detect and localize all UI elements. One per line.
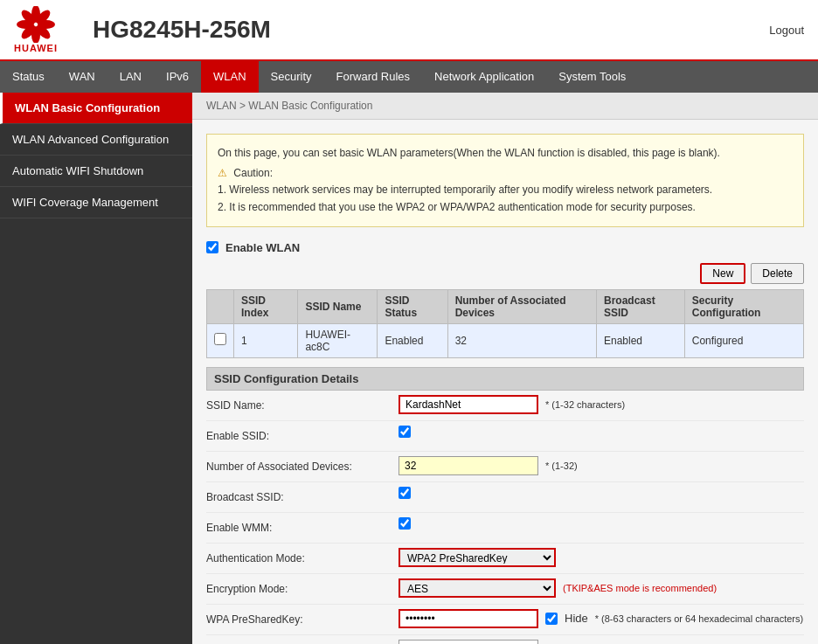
label-enable-ssid: Enable SSID: — [206, 426, 399, 447]
info-point1: 1. Wireless network services may be inte… — [218, 182, 793, 198]
auth-mode-select[interactable]: Open WEP WPA PreSharedKey WPA2 PreShared… — [399, 548, 556, 567]
col-header-ssid-status: SSID Status — [378, 289, 447, 323]
hide-key-checkbox[interactable] — [545, 613, 558, 625]
ssid-table-actions: New Delete — [206, 263, 804, 284]
enable-wmm-checkbox[interactable] — [399, 517, 411, 530]
label-num-associated: Number of Associated Devices: — [206, 456, 399, 477]
content-area: WLAN Basic Configuration WLAN Advanced C… — [0, 93, 818, 644]
control-num-associated: * (1-32) — [399, 456, 578, 475]
row-broadcast-ssid: Enabled — [596, 323, 684, 357]
col-header-ssid-name: SSID Name — [298, 289, 378, 323]
enable-wlan-row: Enable WLAN — [206, 241, 804, 254]
row-select-checkbox[interactable] — [214, 333, 226, 345]
col-header-broadcast-ssid: Broadcast SSID — [596, 289, 684, 323]
sidebar-item-wlan-basic[interactable]: WLAN Basic Configuration — [0, 93, 192, 124]
row-security-config: Configured — [684, 323, 803, 357]
col-header-ssid-index: SSID Index — [234, 289, 298, 323]
form-row-enable-wmm: Enable WMM: — [206, 513, 804, 544]
caution-label: Caution: — [233, 167, 273, 179]
config-details: SSID Configuration Details SSID Name: * … — [206, 367, 804, 644]
num-associated-input[interactable] — [399, 456, 538, 475]
row-associated-devices: 32 — [447, 323, 596, 357]
nav-item-wlan[interactable]: WLAN — [201, 61, 259, 93]
row-ssid-index: 1 — [234, 323, 298, 357]
ssid-table: SSID Index SSID Name SSID Status Number … — [206, 289, 804, 358]
new-button[interactable]: New — [700, 263, 745, 284]
sidebar: WLAN Basic Configuration WLAN Advanced C… — [0, 93, 192, 644]
logo-text: HUAWEI — [14, 43, 58, 53]
control-enable-ssid — [399, 426, 411, 438]
nav-item-network-application[interactable]: Network Application — [422, 61, 546, 93]
label-ssid-name: SSID Name: — [206, 395, 399, 416]
ssid-table-wrapper: New Delete SSID Index SSID Name SSID Sta… — [206, 263, 804, 358]
nav-item-security[interactable]: Security — [259, 61, 324, 93]
ssid-name-hint: * (1-32 characters) — [545, 399, 625, 410]
form-row-broadcast-ssid: Broadcast SSID: — [206, 482, 804, 513]
control-auth-mode: Open WEP WPA PreSharedKey WPA2 PreShared… — [399, 548, 556, 567]
sidebar-item-wlan-advanced[interactable]: WLAN Advanced Configuration — [0, 124, 192, 156]
col-header-associated-devices: Number of Associated Devices — [447, 289, 596, 323]
control-encryption-mode: AES TKIP TKIP&AES (TKIP&AES mode is reco… — [399, 578, 717, 598]
label-encryption-mode: Encryption Mode: — [206, 578, 399, 599]
label-enable-wmm: Enable WMM: — [206, 517, 399, 538]
info-box: On this page, you can set basic WLAN par… — [206, 134, 804, 227]
breadcrumb: WLAN > WLAN Basic Configuration — [192, 93, 818, 120]
label-auth-mode: Authentication Mode: — [206, 548, 399, 569]
col-header-checkbox — [207, 289, 234, 323]
control-wpa-preshared-key: Hide * (8-63 characters or 64 hexadecima… — [399, 609, 803, 628]
sidebar-item-wifi-coverage[interactable]: WIFI Coverage Management — [0, 187, 192, 218]
header: HUAWEI HG8245H-256M Logout — [0, 0, 818, 61]
info-point2: 2. It is recommended that you use the WP… — [218, 199, 793, 216]
row-ssid-status: Enabled — [378, 323, 447, 357]
enable-ssid-checkbox[interactable] — [399, 426, 411, 438]
logout-button[interactable]: Logout — [769, 24, 804, 37]
enable-wlan-checkbox[interactable] — [206, 241, 218, 253]
nav-item-forward-rules[interactable]: Forward Rules — [324, 61, 423, 93]
main-content: WLAN > WLAN Basic Configuration On this … — [192, 93, 818, 644]
hide-key-label: Hide — [565, 612, 588, 625]
col-header-security-config: Security Configuration — [684, 289, 803, 323]
info-main-text: On this page, you can set basic WLAN par… — [218, 145, 793, 162]
num-associated-hint: * (1-32) — [545, 460, 578, 471]
control-broadcast-ssid — [399, 487, 411, 499]
broadcast-ssid-checkbox[interactable] — [399, 487, 411, 499]
enable-wlan-label: Enable WLAN — [225, 241, 300, 254]
nav-item-status[interactable]: Status — [0, 61, 57, 93]
form-row-auth-mode: Authentication Mode: Open WEP WPA PreSha… — [206, 544, 804, 574]
table-row: 1 HUAWEI-ac8C Enabled 32 Enabled Configu… — [207, 323, 804, 357]
logo-area: HUAWEI — [14, 6, 58, 53]
wpa-group-key-input[interactable] — [399, 640, 538, 644]
wpa-preshared-key-input[interactable] — [399, 609, 538, 628]
sidebar-item-auto-wifi-shutdown[interactable]: Automatic WIFI Shutdown — [0, 156, 192, 187]
encryption-mode-select[interactable]: AES TKIP TKIP&AES — [399, 578, 556, 598]
section-header: SSID Configuration Details — [206, 367, 804, 391]
form-row-num-associated: Number of Associated Devices: * (1-32) — [206, 452, 804, 482]
label-broadcast-ssid: Broadcast SSID: — [206, 487, 399, 508]
form-row-wpa-group-key: WPA Group Key Regeneration Interval: *(6… — [206, 635, 804, 644]
label-wpa-preshared-key: WPA PreSharedKey: — [206, 609, 399, 630]
control-wpa-group-key: *(600-86400s) — [399, 640, 607, 644]
nav-item-system-tools[interactable]: System Tools — [546, 61, 638, 93]
row-ssid-name: HUAWEI-ac8C — [298, 323, 378, 357]
encryption-hint: (TKIP&AES mode is recommended) — [563, 583, 717, 593]
ssid-name-input[interactable] — [399, 395, 538, 414]
label-wpa-group-key: WPA Group Key Regeneration Interval: — [206, 640, 399, 644]
delete-button[interactable]: Delete — [751, 263, 804, 284]
huawei-logo-icon — [14, 6, 58, 43]
wpa-key-hint: * (8-63 characters or 64 hexadecimal cha… — [595, 613, 803, 624]
nav-item-ipv6[interactable]: IPv6 — [154, 61, 201, 93]
nav-item-wan[interactable]: WAN — [57, 61, 107, 93]
caution-icon: ⚠ — [218, 167, 227, 179]
control-enable-wmm — [399, 517, 411, 530]
navigation-bar: Status WAN LAN IPv6 WLAN Security Forwar… — [0, 61, 818, 93]
form-row-encryption-mode: Encryption Mode: AES TKIP TKIP&AES (TKIP… — [206, 574, 804, 605]
form-row-ssid-name: SSID Name: * (1-32 characters) — [206, 391, 804, 421]
form-row-enable-ssid: Enable SSID: — [206, 421, 804, 452]
form-row-wpa-preshared-key: WPA PreSharedKey: Hide * (8-63 character… — [206, 605, 804, 635]
control-ssid-name: * (1-32 characters) — [399, 395, 625, 414]
nav-item-lan[interactable]: LAN — [107, 61, 154, 93]
device-title: HG8245H-256M — [93, 16, 769, 44]
